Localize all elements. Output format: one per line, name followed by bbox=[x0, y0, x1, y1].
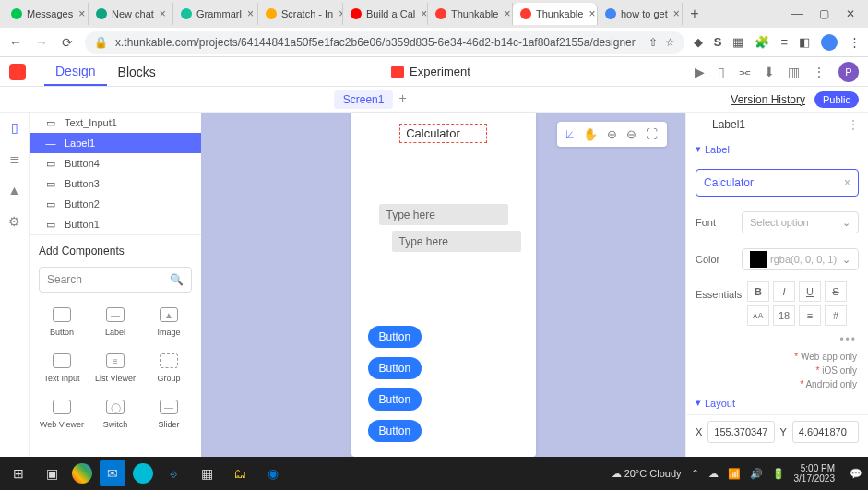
bold-button[interactable]: B bbox=[747, 281, 769, 302]
component-image[interactable]: ▲Image bbox=[142, 302, 196, 342]
add-screen-button[interactable]: + bbox=[398, 90, 406, 109]
thunkable-logo-icon[interactable] bbox=[9, 64, 26, 80]
gear-icon[interactable]: ⚙ bbox=[8, 214, 20, 229]
search-input[interactable]: Search 🔍 bbox=[39, 267, 192, 293]
component-switch[interactable]: ◯Switch bbox=[89, 394, 142, 435]
mail-icon[interactable]: ✉ bbox=[100, 460, 125, 486]
app-icon[interactable]: ▦ bbox=[194, 460, 220, 486]
image-icon[interactable]: ▲ bbox=[8, 183, 21, 197]
close-icon[interactable]: × bbox=[504, 7, 510, 20]
tree-item[interactable]: ▭Button2 bbox=[30, 194, 201, 214]
reading-list-icon[interactable]: ≡ bbox=[780, 35, 788, 49]
close-icon[interactable]: × bbox=[673, 7, 680, 20]
project-name[interactable]: Experiment bbox=[410, 65, 470, 78]
tab-design[interactable]: Design bbox=[44, 58, 107, 86]
zoom-out-icon[interactable]: ⊖ bbox=[626, 127, 636, 141]
clear-icon[interactable]: × bbox=[844, 176, 850, 189]
zoom-in-icon[interactable]: ⊕ bbox=[607, 127, 617, 141]
extension-icon[interactable]: ◆ bbox=[694, 35, 703, 49]
fit-icon[interactable]: ⛶ bbox=[646, 127, 658, 141]
more-icon[interactable]: ••• bbox=[686, 329, 868, 350]
color-select[interactable]: rgba(0, 0, 0, 1)⌄ bbox=[742, 248, 859, 270]
extensions-icon[interactable]: 🧩 bbox=[755, 35, 769, 49]
device-icon[interactable]: ▯ bbox=[718, 65, 725, 79]
onedrive-icon[interactable]: ☁ bbox=[708, 468, 719, 480]
font-select[interactable]: Select option⌄ bbox=[742, 211, 859, 233]
tree-item[interactable]: ▭Text_Input1 bbox=[30, 113, 201, 133]
close-icon[interactable]: × bbox=[589, 7, 595, 20]
profile-avatar[interactable] bbox=[821, 34, 838, 51]
x-input[interactable]: 155.370347 bbox=[707, 421, 774, 443]
component-text-input[interactable]: Text Input bbox=[35, 348, 89, 388]
share-icon[interactable]: ⫘ bbox=[738, 65, 751, 79]
component-list-viewer[interactable]: ≡List Viewer bbox=[89, 348, 142, 388]
tree-item[interactable]: ▭Button4 bbox=[30, 153, 201, 173]
browser-tab[interactable]: Scratch - In× bbox=[258, 3, 343, 25]
share-icon[interactable]: ⇧ bbox=[648, 36, 658, 49]
edge-icon[interactable]: ◉ bbox=[260, 460, 286, 486]
align-button[interactable]: ≡ bbox=[799, 305, 821, 326]
tree-item[interactable]: ▭Button1 bbox=[30, 214, 201, 234]
back-icon[interactable]: ← bbox=[7, 35, 24, 50]
tree-item-selected[interactable]: —Label1 bbox=[30, 133, 201, 153]
maximize-icon[interactable]: ▢ bbox=[819, 7, 829, 20]
docs-icon[interactable]: ▥ bbox=[788, 65, 800, 79]
font-size-input[interactable]: 18 bbox=[773, 305, 795, 326]
underline-button[interactable]: U bbox=[799, 281, 821, 302]
vscode-icon[interactable]: ⟐ bbox=[161, 460, 186, 486]
browser-tab[interactable]: Build a Cal× bbox=[343, 3, 428, 25]
component-button[interactable]: Button bbox=[35, 302, 89, 342]
canvas-button[interactable]: Button bbox=[368, 357, 422, 379]
label-text-input[interactable]: Calculator × bbox=[696, 169, 859, 197]
browser-tab[interactable]: Grammarl× bbox=[173, 3, 258, 25]
browser-tab[interactable]: Thunkable× bbox=[428, 3, 513, 25]
taskview-icon[interactable]: ▣ bbox=[39, 460, 65, 486]
reload-icon[interactable]: ⟳ bbox=[59, 35, 76, 50]
close-icon[interactable]: × bbox=[247, 7, 254, 20]
extension-icon[interactable]: S bbox=[714, 35, 722, 49]
section-toggle[interactable]: ▾ Label bbox=[696, 143, 859, 155]
minimize-icon[interactable]: — bbox=[791, 7, 803, 20]
address-bar[interactable]: 🔒 x.thunkable.com/projects/64144841a50f5… bbox=[85, 31, 684, 54]
user-avatar[interactable]: P bbox=[838, 62, 859, 82]
app-icon[interactable] bbox=[133, 463, 153, 484]
screen-tab[interactable]: Screen1 bbox=[334, 90, 394, 109]
canvas-text-input[interactable]: Type here bbox=[392, 231, 521, 252]
play-icon[interactable]: ▶ bbox=[695, 65, 705, 79]
component-group[interactable]: Group bbox=[142, 348, 196, 388]
more-icon[interactable]: ⋮ bbox=[813, 65, 826, 79]
start-icon[interactable]: ⊞ bbox=[6, 460, 31, 486]
pointer-icon[interactable]: ⟀ bbox=[566, 127, 574, 141]
new-tab-button[interactable]: + bbox=[683, 6, 707, 22]
clock[interactable]: 5:00 PM 3/17/2023 bbox=[794, 463, 841, 484]
explorer-icon[interactable]: 🗂 bbox=[227, 460, 253, 486]
menu-icon[interactable]: ⋮ bbox=[849, 35, 861, 49]
download-icon[interactable]: ⬇ bbox=[764, 65, 775, 79]
component-slider[interactable]: —Slider bbox=[142, 394, 196, 435]
database-icon[interactable]: ≣ bbox=[9, 151, 20, 166]
section-toggle[interactable]: ▾ Layout bbox=[696, 397, 859, 409]
close-icon[interactable]: × bbox=[78, 7, 85, 20]
extension-icon[interactable]: ▦ bbox=[732, 35, 743, 49]
y-input[interactable]: 4.6041870 bbox=[792, 421, 859, 443]
browser-tab[interactable]: Messages× bbox=[4, 3, 89, 25]
more-icon[interactable]: ⋮ bbox=[848, 118, 859, 131]
public-badge[interactable]: Public bbox=[814, 91, 859, 108]
tree-item[interactable]: ▭Button3 bbox=[30, 173, 201, 194]
wifi-icon[interactable]: 📶 bbox=[728, 468, 741, 480]
design-canvas[interactable]: Calculator Type here Type here Button Bu… bbox=[201, 113, 685, 457]
forward-icon[interactable]: → bbox=[33, 35, 50, 50]
extension-icon[interactable]: ◧ bbox=[799, 35, 810, 49]
star-icon[interactable]: ☆ bbox=[665, 36, 675, 49]
battery-icon[interactable]: 🔋 bbox=[772, 468, 785, 480]
browser-tab[interactable]: New chat× bbox=[89, 3, 173, 25]
canvas-button[interactable]: Button bbox=[368, 388, 422, 411]
close-icon[interactable]: × bbox=[160, 7, 166, 20]
close-window-icon[interactable]: ✕ bbox=[846, 7, 855, 20]
canvas-text-input[interactable]: Type here bbox=[379, 204, 508, 225]
weather-widget[interactable]: ☁ 20°C Cloudy bbox=[612, 468, 682, 480]
component-web-viewer[interactable]: Web Viewer bbox=[35, 394, 89, 435]
strike-button[interactable]: S bbox=[825, 281, 847, 302]
canvas-button[interactable]: Button bbox=[368, 420, 422, 442]
hash-button[interactable]: # bbox=[825, 305, 847, 326]
